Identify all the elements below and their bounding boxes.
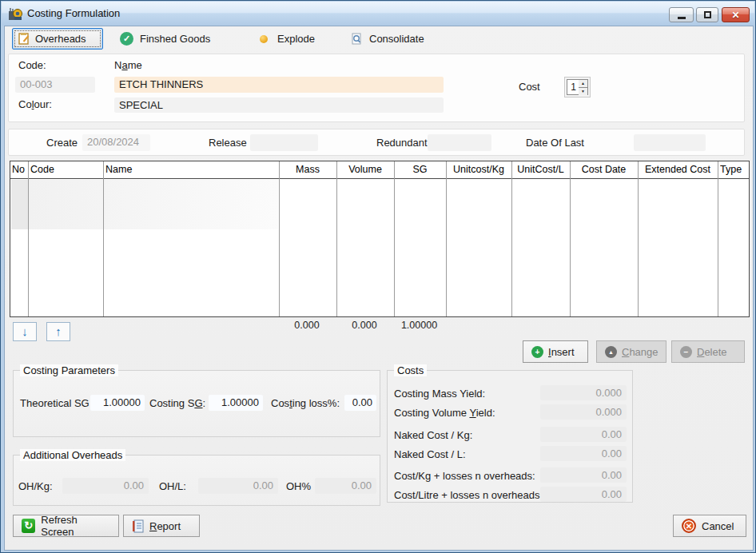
grid-selected-row: [29, 180, 278, 229]
col-no[interactable]: No: [12, 164, 28, 175]
close-icon: ✕: [731, 10, 739, 21]
overheads-label: Overheads: [35, 33, 86, 45]
cost-litre-losses-label: Cost/Litre + losses n overheads:: [394, 489, 543, 501]
ball-icon: [260, 35, 268, 43]
naked-cost-l-field[interactable]: 0.00: [540, 446, 627, 461]
costing-parameters-title: Costing Parameters: [20, 364, 118, 376]
col-mass[interactable]: Mass: [279, 164, 336, 175]
move-down-button[interactable]: ↓: [13, 322, 37, 341]
refresh-screen-button[interactable]: ↻ Refresh Screen: [13, 515, 119, 537]
insert-button[interactable]: + Insert: [523, 340, 588, 363]
oh-l-field[interactable]: 0.00: [198, 478, 278, 494]
cancel-x-icon: ✕: [682, 519, 696, 533]
theoretical-sg-field[interactable]: 1.00000: [90, 395, 145, 411]
costing-volume-yield-field[interactable]: 0.000: [540, 404, 627, 420]
grid-divider: [570, 161, 571, 316]
name-label: Name: [114, 59, 142, 71]
minimize-button[interactable]: [669, 7, 694, 22]
code-field[interactable]: 00-003: [15, 77, 95, 93]
redundant-date-field[interactable]: [428, 134, 491, 151]
consolidate-button[interactable]: Consolidate: [351, 28, 424, 50]
naked-cost-l-label: Naked Cost / L:: [394, 448, 466, 460]
additional-overheads-group: Additional Overheads OH/Kg: 0.00 OH/L: 0…: [13, 455, 380, 506]
report-button[interactable]: Report: [123, 515, 200, 537]
cancel-label: Cancel: [702, 520, 734, 532]
total-volume: 0.000: [336, 320, 393, 331]
costing-mass-yield-field[interactable]: 0.000: [540, 385, 627, 400]
close-button[interactable]: ✕: [722, 7, 750, 22]
client-area: Overheads ✓ Finshed Goods Explode Consol…: [4, 26, 754, 551]
cancel-button[interactable]: ✕ Cancel: [673, 515, 746, 537]
finished-goods-label: Finshed Goods: [140, 33, 210, 45]
finished-goods-button[interactable]: ✓ Finshed Goods: [120, 28, 210, 50]
col-name[interactable]: Name: [105, 164, 277, 175]
oh-pct-label: OH%: [286, 480, 311, 492]
maximize-button[interactable]: [696, 7, 718, 22]
create-date-field[interactable]: 20/08/2024: [82, 134, 150, 151]
document-magnifier-icon: [351, 33, 363, 46]
additional-overheads-title: Additional Overheads: [20, 449, 125, 461]
cost-label: Cost: [519, 81, 540, 93]
cost-spinner[interactable]: 1 ▲ ▼: [564, 77, 591, 97]
colour-field[interactable]: SPECIAL: [114, 97, 444, 113]
report-label: Report: [149, 520, 181, 532]
explode-button[interactable]: Explode: [257, 28, 315, 50]
release-date-field[interactable]: [250, 134, 318, 151]
move-up-button[interactable]: ↑: [46, 322, 70, 341]
explode-label: Explode: [277, 33, 315, 45]
report-icon: [132, 519, 144, 533]
costing-formulation-window: Costing Formulation ✕ Overheads ✓ Finshe…: [0, 0, 756, 553]
col-sg[interactable]: SG: [394, 164, 446, 175]
colour-label: Colour:: [18, 98, 52, 110]
refresh-icon: ↻: [22, 519, 35, 533]
grid-selected-row-no-cell: [11, 180, 28, 229]
dates-panel: Create 20/08/2024 Release Redundant Date…: [8, 129, 745, 156]
costing-loss-field[interactable]: 0.00: [344, 395, 376, 411]
col-unitcost-kg[interactable]: Unitcost/Kg: [446, 164, 511, 175]
naked-cost-kg-field[interactable]: 0.00: [540, 427, 627, 442]
toolbar: Overheads ✓ Finshed Goods Explode Consol…: [5, 26, 753, 50]
oh-kg-label: OH/Kg:: [18, 480, 53, 492]
grid-divider: [718, 161, 718, 316]
delete-label: Delete: [697, 346, 727, 358]
col-unitcost-l[interactable]: UnitCost/L: [511, 164, 570, 175]
change-button[interactable]: ▲ Change: [596, 340, 666, 363]
col-type[interactable]: Type: [720, 164, 749, 175]
grid-divider: [638, 161, 639, 316]
cost-litre-losses-field[interactable]: 0.00: [540, 487, 627, 502]
oh-pct-field[interactable]: 0.00: [315, 478, 376, 494]
grid-divider: [336, 161, 337, 316]
cost-kg-losses-field[interactable]: 0.00: [540, 467, 627, 483]
redundant-label: Redundant: [376, 137, 428, 149]
maximize-icon: [704, 11, 711, 18]
col-cost-date[interactable]: Cost Date: [570, 164, 638, 175]
naked-cost-kg-label: Naked Cost / Kg:: [394, 429, 472, 441]
overheads-button[interactable]: Overheads: [12, 28, 103, 50]
product-panel: Code: Name 00-003 ETCH THINNERS Colour: …: [8, 54, 745, 122]
consolidate-label: Consolidate: [369, 33, 424, 45]
grid-divider: [511, 161, 512, 316]
triangle-icon: ▲: [605, 346, 617, 358]
grid-divider: [279, 161, 280, 316]
costing-sg-label: Costing SG:: [149, 397, 205, 409]
costing-loss-label: Costing loss%:: [271, 397, 340, 409]
delete-button[interactable]: − Delete: [671, 340, 745, 363]
oh-kg-field[interactable]: 0.00: [62, 478, 149, 494]
costing-sg-field[interactable]: 1.00000: [209, 395, 263, 411]
col-code[interactable]: Code: [30, 164, 101, 175]
app-icon: [8, 6, 22, 21]
grid-divider: [446, 161, 447, 316]
total-sg: 1.00000: [393, 320, 445, 331]
col-extended-cost[interactable]: Extended Cost: [638, 164, 718, 175]
col-volume[interactable]: Volume: [336, 164, 394, 175]
up-arrow-icon: ↑: [55, 324, 62, 338]
clipboard-pencil-icon: [18, 33, 30, 45]
spinner-down-icon[interactable]: ▼: [579, 87, 587, 95]
window-title: Costing Formulation: [27, 7, 120, 19]
name-field[interactable]: ETCH THINNERS: [114, 77, 444, 93]
refresh-screen-label: Refresh Screen: [41, 514, 110, 538]
date-of-last-field[interactable]: [634, 134, 706, 151]
down-arrow-icon: ↓: [22, 324, 28, 338]
spinner-up-icon[interactable]: ▲: [579, 80, 587, 87]
formulation-grid[interactable]: No Code Name Mass Volume SG Unitcost/Kg …: [10, 161, 750, 317]
